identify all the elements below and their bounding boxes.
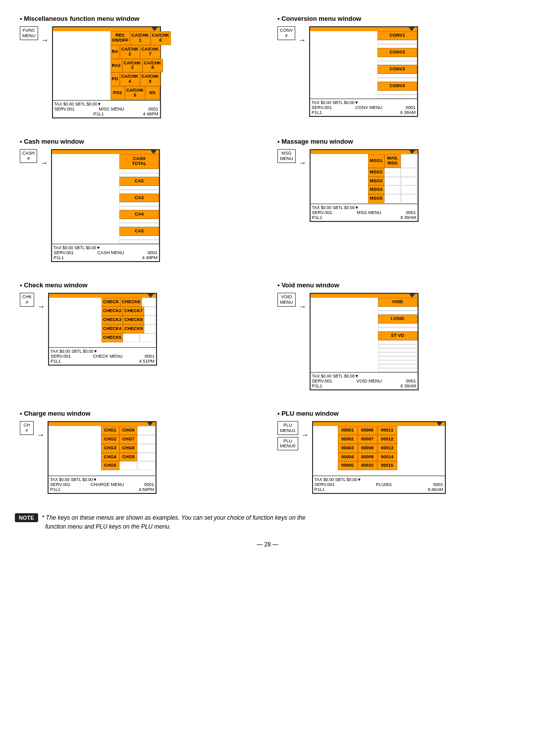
- msg5-btn[interactable]: MSG5: [368, 194, 384, 203]
- ca2-e1: [119, 186, 159, 190]
- plu-00001[interactable]: 00001: [338, 426, 358, 435]
- check7-btn[interactable]: CHECK7: [123, 307, 144, 316]
- conv2-btn[interactable]: CONV2: [377, 48, 417, 57]
- plu-00009[interactable]: 00009: [358, 453, 377, 462]
- cash-key[interactable]: CASH#: [20, 149, 37, 163]
- mail-msg-btn[interactable]: MAILMSG: [384, 154, 401, 168]
- ca2-btn[interactable]: CA2: [119, 177, 159, 186]
- check-key[interactable]: CHK#: [20, 293, 34, 307]
- check1-btn[interactable]: CHECK: [102, 298, 120, 307]
- misc-btn-ca1[interactable]: CA/CHK1: [130, 31, 151, 45]
- plu-00012[interactable]: 00012: [377, 435, 397, 444]
- misc-btn-ca5[interactable]: CA/CHK5: [125, 86, 145, 100]
- misc-btn-po2[interactable]: PO2: [110, 86, 125, 100]
- stvd-btn[interactable]: ST VD: [378, 331, 418, 340]
- check-top-bar: [49, 294, 156, 298]
- cash-triangle: [151, 150, 157, 154]
- plu-00007[interactable]: 00007: [358, 435, 377, 444]
- check8-btn[interactable]: CHECK8: [123, 316, 144, 324]
- void-status-line3: P1L1 6 39AM: [312, 383, 416, 388]
- plu-00013[interactable]: 00013: [377, 444, 397, 453]
- msg3-btn[interactable]: MSG3: [368, 177, 384, 186]
- chg6-btn[interactable]: CHG6: [119, 426, 138, 435]
- void-row5-e3: [378, 368, 418, 372]
- check9-btn[interactable]: CHECK9: [123, 324, 144, 333]
- chg-menu-name: CHARGE MENU: [91, 482, 124, 487]
- check4-btn[interactable]: CHECK4: [102, 324, 123, 333]
- chg8-btn[interactable]: CHG8: [119, 444, 138, 453]
- misc-btn-ns[interactable]: NS: [145, 86, 160, 100]
- ivoid-btn[interactable]: I.VOID: [378, 315, 418, 324]
- misc-btn-ca7[interactable]: CA/CHK7: [140, 45, 160, 59]
- ca3-btn[interactable]: CA3: [119, 194, 159, 203]
- void-serv: SERV.001: [312, 378, 332, 383]
- plu-00003[interactable]: 00003: [338, 444, 358, 453]
- void-key[interactable]: VOIDMENU: [277, 293, 296, 307]
- void-right: VOID I.VOID ST VD: [378, 298, 418, 372]
- chg4-btn[interactable]: CHG4: [101, 453, 119, 462]
- page-content: • Miscellaneous function menu window FUN…: [10, 10, 525, 503]
- ca5-btn[interactable]: CA5: [119, 227, 159, 236]
- check2-btn[interactable]: CHECK2: [102, 307, 123, 316]
- conv4-btn[interactable]: CONV4: [377, 82, 417, 91]
- plu-00015[interactable]: 00015: [377, 461, 397, 470]
- charge-right: CHG1 CHG6 CHG2 CHG7 CHG3 CHG8: [101, 426, 156, 476]
- plu-00002[interactable]: 00002: [338, 435, 358, 444]
- plu-key2[interactable]: PLUMENU0: [277, 437, 298, 451]
- misc-btn-ra2[interactable]: RA2: [110, 59, 122, 73]
- misc-btn-ra[interactable]: RA: [110, 45, 120, 59]
- misc-btn-ca4[interactable]: CA/CHK4: [120, 72, 140, 86]
- misc-btn-ca3[interactable]: CA/CHK3: [122, 59, 143, 73]
- check3-btn[interactable]: CHECK3: [102, 316, 123, 324]
- note-text: * The keys on these menus are shown as e…: [42, 513, 306, 531]
- conversion-key[interactable]: CONV#: [277, 26, 295, 40]
- chk-tax: TAX $0.00 SBTL $0.00▼: [51, 349, 98, 354]
- chg7-btn[interactable]: CHG7: [119, 435, 138, 444]
- plu-00011[interactable]: 00011: [377, 426, 397, 435]
- plu-key1[interactable]: PLUMENU1: [277, 421, 298, 435]
- misc-btn-ca6[interactable]: CA/CHK6: [151, 31, 171, 45]
- msg1-btn[interactable]: MSG1: [368, 154, 384, 168]
- conversion-status: TAX $0.00 SBTL $0.00▼ SERV.001 CONV MENU…: [310, 99, 417, 116]
- check-body: CHECK CHECK6 CHECK2 CHECK7 CHECK3 CHECK8: [49, 298, 156, 347]
- plu-00014[interactable]: 00014: [377, 453, 397, 462]
- chg-status-line1: TAX $0.00 SBTL $0.00▼: [50, 477, 154, 482]
- ca3-e2: [119, 206, 159, 210]
- msg4-btn[interactable]: MSG4: [368, 185, 384, 194]
- charge-key[interactable]: CH#: [20, 421, 34, 435]
- misc-btn-ca2[interactable]: CA/CHK2: [120, 45, 140, 59]
- chg5-btn[interactable]: CHG5: [101, 461, 119, 470]
- misc-btn-ca8[interactable]: CA/CHK8: [143, 59, 163, 73]
- misc-key[interactable]: FUNCMENU: [20, 26, 38, 40]
- cash-total-e1: [119, 169, 159, 173]
- conv3-btn[interactable]: CONV3: [377, 65, 417, 74]
- conv1-btn[interactable]: CONV1: [377, 31, 417, 40]
- massage-key[interactable]: MSGMENU: [277, 149, 296, 163]
- conv1-empty2: [377, 44, 417, 48]
- check6-btn[interactable]: CHECK6: [120, 298, 142, 307]
- chg2-btn[interactable]: CHG2: [101, 435, 119, 444]
- conv4-empty2: [377, 95, 417, 99]
- misc-status-line1: TAX $0.00 SBTL $0.00▼: [54, 102, 159, 107]
- ca4-btn[interactable]: CA4: [119, 210, 159, 219]
- misc-btn-ca9[interactable]: CA/CHK9: [140, 72, 160, 86]
- plu-00010[interactable]: 00010: [358, 461, 377, 470]
- plu-00006[interactable]: 00006: [358, 426, 377, 435]
- plu-00004[interactable]: 00004: [338, 453, 358, 462]
- misc-right: RECON/OFF CA/CHK1 CA/CHK6 RA CA/CHK2 CA/…: [110, 31, 160, 100]
- massage-status: TAX $0.00 SBTL $0.00▼ SERV.001 MSG MENU …: [311, 204, 418, 221]
- msg5-e2: [401, 194, 417, 203]
- plu-section: • PLU menu window PLUMENU1 PLUMENU0 → 00…: [277, 410, 515, 496]
- chg9-btn[interactable]: CHG9: [119, 453, 138, 462]
- misc-btn-po[interactable]: PO: [110, 72, 120, 86]
- chg1-btn[interactable]: CHG1: [101, 426, 119, 435]
- misc-status-line2: SERV.001 MISC MENU 0001: [54, 107, 159, 111]
- misc-btn-rec[interactable]: RECON/OFF: [110, 31, 130, 45]
- chg3-btn[interactable]: CHG3: [101, 444, 119, 453]
- msg2-btn[interactable]: MSG2: [368, 168, 384, 177]
- void-btn[interactable]: VOID: [378, 298, 418, 307]
- cash-total-btn[interactable]: CASHTOTAL: [119, 154, 159, 169]
- plu-00008[interactable]: 00008: [358, 444, 377, 453]
- check5-btn[interactable]: CHECK5: [102, 333, 123, 342]
- plu-00005[interactable]: 00005: [338, 461, 358, 470]
